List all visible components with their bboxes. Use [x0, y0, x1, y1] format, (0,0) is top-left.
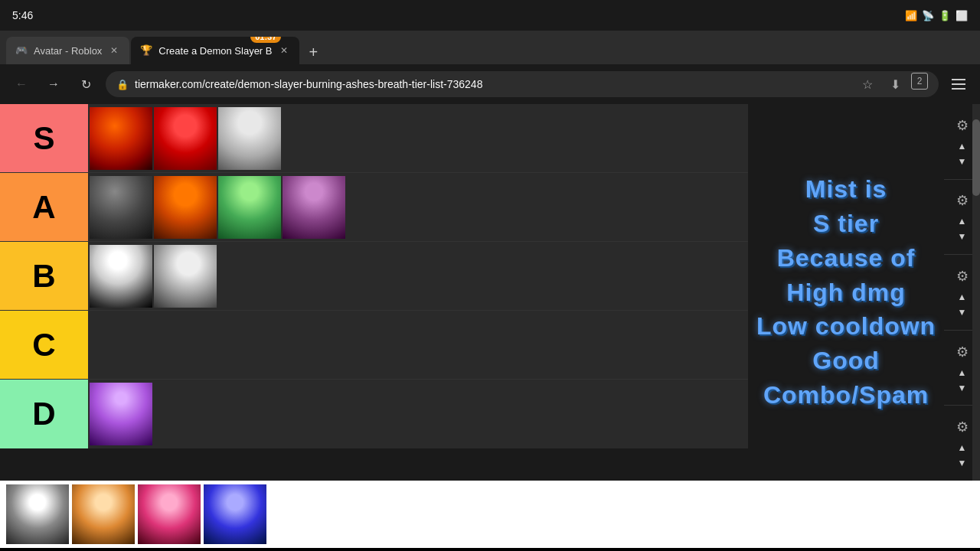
- status-bar: 5:46 📶 📡 🔋 ⬜: [0, 0, 980, 31]
- strip-item-4[interactable]: [204, 484, 266, 544]
- forward-button[interactable]: →: [41, 72, 66, 96]
- annotation-text: Mist isS tierBecause ofHigh dmgLow coold…: [756, 172, 936, 412]
- signal-icon: 📶: [905, 10, 917, 21]
- new-tab-button[interactable]: +: [301, 40, 325, 64]
- up-arrow-a[interactable]: ▲: [953, 214, 972, 228]
- tab-bar: 🎮 Avatar - Roblox ✕ 🏆 Create a Demon Sla…: [0, 31, 980, 64]
- up-arrow-d[interactable]: ▲: [953, 441, 972, 455]
- main-content: S A B: [0, 104, 980, 481]
- down-arrow-d[interactable]: ▼: [953, 456, 972, 470]
- tab-roblox-label: Avatar - Roblox: [34, 45, 102, 57]
- lock-icon: 🔒: [116, 79, 129, 90]
- tier-item-b1[interactable]: [90, 245, 152, 308]
- up-arrow-s[interactable]: ▲: [953, 139, 972, 153]
- tier-items-s: [88, 104, 748, 172]
- arrows-c: ▲ ▼: [953, 366, 972, 395]
- battery-icon: 🔋: [939, 10, 951, 21]
- tier-list: S A B: [0, 104, 748, 481]
- up-arrow-b[interactable]: ▲: [953, 290, 972, 304]
- time-display: 5:46: [12, 9, 33, 21]
- tier-item-s1[interactable]: [90, 107, 152, 170]
- status-icons: 📶 📡 🔋 ⬜: [905, 10, 968, 21]
- bookmark-button[interactable]: ☆: [856, 73, 879, 96]
- gear-button-d[interactable]: ⚙: [952, 416, 973, 438]
- arrows-b: ▲ ▼: [953, 290, 972, 319]
- tier-items-d: [88, 380, 748, 448]
- tier-item-a2[interactable]: [154, 176, 217, 239]
- tier-item-b2[interactable]: [154, 245, 217, 308]
- tier-label-s: S: [0, 104, 88, 172]
- gear-button-a[interactable]: ⚙: [952, 190, 973, 211]
- strip-item-1[interactable]: [6, 484, 69, 544]
- download-button[interactable]: ⬇: [884, 73, 906, 96]
- gear-button-s[interactable]: ⚙: [952, 115, 973, 136]
- arrows-a: ▲ ▼: [953, 214, 972, 243]
- tier-items-b: [88, 242, 748, 310]
- tab-count-button[interactable]: 2: [911, 73, 928, 90]
- arrows-s: ▲ ▼: [953, 139, 972, 168]
- menu-line-2: [952, 83, 965, 85]
- scrollbar-thumb: [972, 119, 980, 196]
- battery-text: ⬜: [956, 10, 968, 21]
- tier-row-a: A: [0, 173, 748, 242]
- url-text: tiermaker.com/create/demon-slayer-burnin…: [135, 78, 850, 90]
- tier-item-s2[interactable]: [154, 107, 217, 170]
- tier-item-a4[interactable]: [283, 176, 345, 239]
- tab-roblox-favicon: 🎮: [15, 44, 28, 57]
- tier-items-a: [88, 173, 748, 241]
- tier-label-d: D: [0, 380, 88, 448]
- tier-item-s3[interactable]: [218, 107, 281, 170]
- outer-scrollbar[interactable]: [972, 104, 980, 481]
- up-arrow-c[interactable]: ▲: [953, 366, 972, 380]
- menu-button-area[interactable]: [946, 72, 971, 96]
- tier-item-d1[interactable]: [90, 383, 152, 445]
- tier-label-a: A: [0, 173, 88, 241]
- timer-badge: 01:37: [250, 37, 281, 43]
- strip-item-3[interactable]: [138, 484, 201, 544]
- tab-tiermaker[interactable]: 🏆 Create a Demon Slayer B 01:37 ✕: [131, 37, 299, 64]
- down-arrow-s[interactable]: ▼: [953, 155, 972, 168]
- tab-roblox[interactable]: 🎮 Avatar - Roblox ✕: [6, 37, 129, 64]
- menu-line-3: [952, 88, 965, 90]
- tier-label-b: B: [0, 242, 88, 310]
- tier-row-c: C: [0, 311, 748, 380]
- gear-button-b[interactable]: ⚙: [952, 266, 973, 287]
- tier-row-s: S: [0, 104, 748, 173]
- strip-item-2[interactable]: [72, 484, 135, 544]
- refresh-button[interactable]: ↻: [74, 72, 98, 96]
- tab-tiermaker-close[interactable]: ✕: [278, 44, 290, 57]
- down-arrow-c[interactable]: ▼: [953, 381, 972, 395]
- down-arrow-b[interactable]: ▼: [953, 305, 972, 319]
- tab-tiermaker-label: Create a Demon Slayer B: [158, 45, 272, 57]
- gear-button-c[interactable]: ⚙: [952, 341, 973, 363]
- tab-roblox-close[interactable]: ✕: [108, 44, 120, 57]
- bottom-strip: [0, 481, 980, 548]
- tier-row-b: B: [0, 242, 748, 311]
- back-button[interactable]: ←: [9, 72, 34, 96]
- address-bar: ← → ↻ 🔒 tiermaker.com/create/demon-slaye…: [0, 64, 980, 104]
- url-actions: ☆ ⬇ 2: [856, 73, 928, 96]
- arrows-d: ▲ ▼: [953, 441, 972, 470]
- url-bar[interactable]: 🔒 tiermaker.com/create/demon-slayer-burn…: [106, 71, 939, 97]
- tier-label-c: C: [0, 311, 88, 379]
- tier-row-d: D: [0, 380, 748, 448]
- down-arrow-a[interactable]: ▼: [953, 230, 972, 243]
- annotation-panel: Mist isS tierBecause ofHigh dmgLow coold…: [748, 104, 944, 481]
- tier-item-a3[interactable]: [218, 176, 281, 239]
- wifi-icon: 📡: [922, 10, 934, 21]
- tab-tiermaker-favicon: 🏆: [140, 44, 152, 57]
- menu-line-1: [952, 79, 965, 80]
- tier-items-c: [88, 311, 748, 379]
- tier-item-a1[interactable]: [90, 176, 152, 239]
